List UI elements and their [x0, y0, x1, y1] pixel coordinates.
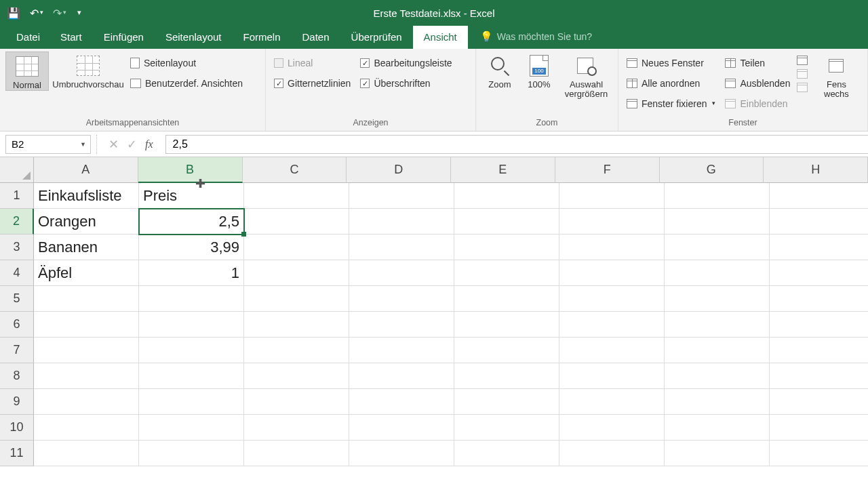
cell-B9[interactable]	[139, 389, 244, 415]
cell-H1[interactable]	[770, 183, 868, 209]
tab-formulas[interactable]: Formeln	[233, 26, 292, 49]
column-header-A[interactable]: A	[34, 157, 138, 183]
cell-C11[interactable]	[244, 441, 349, 466]
freeze-panes-button[interactable]: Fenster fixieren▾	[624, 95, 718, 113]
cell-H7[interactable]	[770, 338, 868, 363]
cell-E8[interactable]	[454, 363, 559, 389]
cell-F6[interactable]	[559, 312, 665, 338]
cell-F4[interactable]	[559, 260, 665, 286]
cell-C1[interactable]	[244, 183, 349, 209]
cell-D4[interactable]	[349, 260, 454, 286]
cell-F8[interactable]	[559, 363, 665, 389]
switch-windows-button[interactable]: Fens wechs	[817, 52, 855, 100]
cell-F7[interactable]	[559, 338, 665, 363]
row-header-10[interactable]: 10	[0, 415, 34, 441]
cell-C3[interactable]	[244, 235, 349, 260]
cell-D8[interactable]	[349, 363, 454, 389]
row-header-5[interactable]: 5	[0, 286, 34, 312]
row-header-8[interactable]: 8	[0, 363, 34, 389]
cell-E6[interactable]	[454, 312, 559, 338]
cell-B5[interactable]	[139, 286, 244, 312]
tab-insert[interactable]: Einfügen	[93, 26, 155, 49]
gridlines-checkbox[interactable]: Gitternetzlinien	[271, 75, 353, 92]
new-window-button[interactable]: Neues Fenster	[624, 54, 718, 72]
cell-F10[interactable]	[559, 415, 665, 441]
cell-G7[interactable]	[665, 338, 770, 363]
column-header-D[interactable]: D	[347, 157, 451, 183]
cell-H9[interactable]	[770, 389, 868, 415]
tab-view[interactable]: Ansicht	[413, 26, 468, 49]
cell-H10[interactable]	[770, 415, 868, 441]
redo-icon[interactable]: ↷▾	[53, 7, 66, 20]
cell-H8[interactable]	[770, 363, 868, 389]
qat-customize-icon[interactable]: ▾	[76, 9, 81, 18]
pagelayout-view-button[interactable]: Seitenlayout	[127, 54, 245, 72]
column-header-G[interactable]: G	[660, 157, 764, 183]
tell-me-search[interactable]: 💡 Was möchten Sie tun?	[480, 30, 592, 49]
normal-view-button[interactable]: Normal	[5, 52, 49, 91]
save-icon[interactable]: 💾	[7, 7, 20, 20]
cell-G9[interactable]	[665, 389, 770, 415]
cell-A4[interactable]: Äpfel	[34, 260, 139, 286]
cell-B1[interactable]: Preis	[139, 183, 244, 209]
tab-data[interactable]: Daten	[292, 26, 340, 49]
view-side-by-side-icon[interactable]	[797, 56, 808, 65]
formula-input[interactable]: 2,5	[165, 135, 868, 154]
cell-B10[interactable]	[139, 415, 244, 441]
cell-B8[interactable]	[139, 363, 244, 389]
cell-D2[interactable]	[349, 209, 454, 235]
cell-E10[interactable]	[454, 415, 559, 441]
cell-F1[interactable]	[559, 183, 665, 209]
cell-A2[interactable]: Orangen	[34, 209, 139, 235]
zoom-selection-button[interactable]: Auswahl vergrößern	[560, 52, 612, 100]
column-header-C[interactable]: C	[243, 157, 347, 183]
cell-H2[interactable]	[770, 209, 868, 235]
cell-C4[interactable]	[244, 260, 349, 286]
cell-A10[interactable]	[34, 415, 139, 441]
cell-A11[interactable]	[34, 441, 139, 466]
cell-E5[interactable]	[454, 286, 559, 312]
cell-D9[interactable]	[349, 389, 454, 415]
cell-C8[interactable]	[244, 363, 349, 389]
cell-G6[interactable]	[665, 312, 770, 338]
column-header-F[interactable]: F	[555, 157, 660, 183]
cell-D6[interactable]	[349, 312, 454, 338]
fill-handle[interactable]	[241, 232, 246, 237]
cell-B4[interactable]: 1	[139, 260, 244, 286]
row-header-9[interactable]: 9	[0, 389, 34, 415]
cell-G11[interactable]	[665, 441, 770, 466]
cell-B6[interactable]	[139, 312, 244, 338]
headings-checkbox[interactable]: Überschriften	[357, 75, 454, 92]
row-header-3[interactable]: 3	[0, 235, 34, 260]
hide-button[interactable]: Ausblenden	[722, 75, 793, 92]
cell-A5[interactable]	[34, 286, 139, 312]
cell-F5[interactable]	[559, 286, 665, 312]
cell-E3[interactable]	[454, 235, 559, 260]
cell-E9[interactable]	[454, 389, 559, 415]
tab-pagelayout[interactable]: Seitenlayout	[155, 26, 233, 49]
tab-review[interactable]: Überprüfen	[340, 26, 413, 49]
tab-home[interactable]: Start	[50, 26, 93, 49]
cell-A8[interactable]	[34, 363, 139, 389]
formulabar-checkbox[interactable]: Bearbeitungsleiste	[357, 54, 454, 72]
cell-G2[interactable]	[665, 209, 770, 235]
cell-G4[interactable]	[665, 260, 770, 286]
cell-D3[interactable]	[349, 235, 454, 260]
name-box[interactable]: B2 ▼	[5, 135, 91, 154]
cell-A7[interactable]	[34, 338, 139, 363]
cell-D1[interactable]	[349, 183, 454, 209]
cell-C10[interactable]	[244, 415, 349, 441]
column-header-B[interactable]: B	[138, 157, 243, 183]
cell-E2[interactable]	[454, 209, 559, 235]
cell-B3[interactable]: 3,99	[139, 235, 244, 260]
row-header-7[interactable]: 7	[0, 338, 34, 363]
cell-G5[interactable]	[665, 286, 770, 312]
row-header-4[interactable]: 4	[0, 260, 34, 286]
cell-F3[interactable]	[559, 235, 665, 260]
select-all-corner[interactable]	[0, 157, 34, 183]
cell-B7[interactable]	[139, 338, 244, 363]
cell-C7[interactable]	[244, 338, 349, 363]
zoom-100-button[interactable]: 100 100%	[522, 52, 556, 89]
cell-G8[interactable]	[665, 363, 770, 389]
spreadsheet-grid[interactable]: ABCDEFGH 1234567891011 EinkaufslistePrei…	[0, 157, 868, 488]
